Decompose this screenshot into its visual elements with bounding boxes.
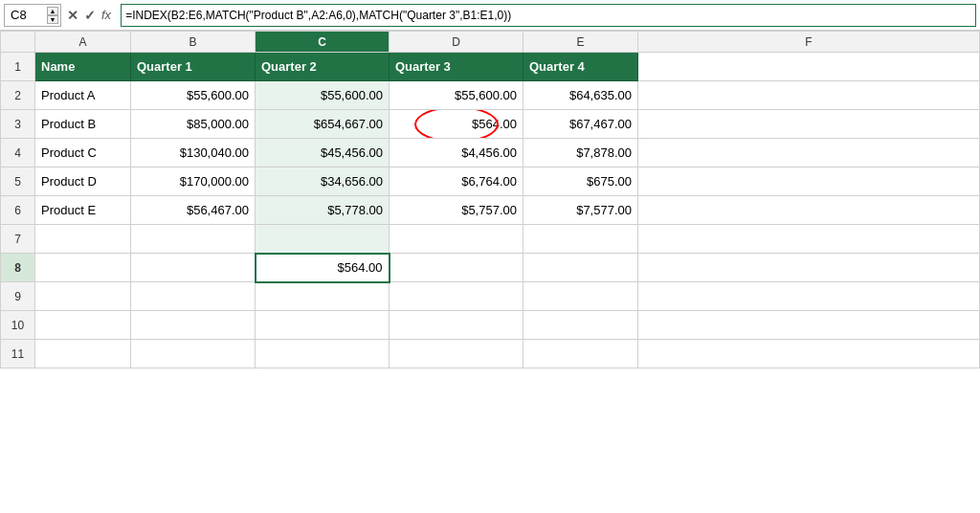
table-row-1: 1 Name Quarter 1 Quarter 2 Quarter 3 Qua… bbox=[1, 53, 980, 81]
cell-d5[interactable]: $6,764.00 bbox=[390, 167, 523, 196]
col-header-c[interactable]: C bbox=[256, 32, 390, 53]
cell-d3[interactable]: $564.00 bbox=[390, 110, 523, 139]
cell-b3[interactable]: $85,000.00 bbox=[131, 110, 256, 139]
table-row-7: 7 bbox=[1, 225, 980, 254]
row-num-3: 3 bbox=[1, 110, 35, 139]
cell-a1[interactable]: Name bbox=[35, 53, 131, 81]
cell-b6[interactable]: $56,467.00 bbox=[131, 196, 256, 225]
cell-a10[interactable] bbox=[35, 311, 131, 340]
cell-f11[interactable] bbox=[638, 340, 980, 368]
cell-e4[interactable]: $7,878.00 bbox=[523, 139, 638, 167]
cell-b9[interactable] bbox=[131, 282, 256, 311]
spreadsheet-table: A B C D E F 1 Name Quarter 1 Quarter 2 Q… bbox=[0, 31, 980, 368]
cell-a11[interactable] bbox=[35, 340, 131, 368]
cell-a2[interactable]: Product A bbox=[35, 81, 131, 110]
cell-b4[interactable]: $130,040.00 bbox=[131, 139, 256, 167]
cell-a6[interactable]: Product E bbox=[35, 196, 131, 225]
table-row-3: 3 Product B $85,000.00 $654,667.00 $564.… bbox=[1, 110, 980, 139]
cell-d9[interactable] bbox=[390, 282, 523, 311]
cell-c11[interactable] bbox=[256, 340, 390, 368]
cancel-icon[interactable]: ✕ bbox=[67, 8, 78, 23]
cell-e5[interactable]: $675.00 bbox=[523, 167, 638, 196]
cell-f3[interactable] bbox=[638, 110, 980, 139]
col-header-a[interactable]: A bbox=[35, 32, 131, 53]
cell-f4[interactable] bbox=[638, 139, 980, 167]
table-row-6: 6 Product E $56,467.00 $5,778.00 $5,757.… bbox=[1, 196, 980, 225]
cell-b10[interactable] bbox=[131, 311, 256, 340]
cell-f1[interactable] bbox=[638, 53, 980, 81]
cell-e1[interactable]: Quarter 4 bbox=[523, 53, 638, 81]
confirm-icon[interactable]: ✓ bbox=[84, 8, 96, 23]
cell-c1[interactable]: Quarter 2 bbox=[256, 53, 390, 81]
cell-c7[interactable] bbox=[256, 225, 390, 254]
cell-c4[interactable]: $45,456.00 bbox=[256, 139, 390, 167]
cell-c5[interactable]: $34,656.00 bbox=[256, 167, 390, 196]
cell-a4[interactable]: Product C bbox=[35, 139, 131, 167]
cell-c9[interactable] bbox=[256, 282, 390, 311]
spreadsheet: A B C D E F 1 Name Quarter 1 Quarter 2 Q… bbox=[0, 31, 980, 368]
cell-c2[interactable]: $55,600.00 bbox=[256, 81, 390, 110]
row-num-7: 7 bbox=[1, 225, 35, 254]
table-row-4: 4 Product C $130,040.00 $45,456.00 $4,45… bbox=[1, 139, 980, 167]
col-header-row bbox=[1, 32, 35, 53]
cell-a9[interactable] bbox=[35, 282, 131, 311]
cell-f6[interactable] bbox=[638, 196, 980, 225]
row-num-8: 8 bbox=[1, 254, 35, 282]
fx-label: fx bbox=[101, 8, 111, 22]
cell-f10[interactable] bbox=[638, 311, 980, 340]
cell-e3[interactable]: $67,467.00 bbox=[523, 110, 638, 139]
cell-e11[interactable] bbox=[523, 340, 638, 368]
cell-c3[interactable]: $654,667.00 bbox=[256, 110, 390, 139]
formula-input[interactable] bbox=[121, 4, 976, 27]
cell-f8[interactable] bbox=[638, 254, 980, 282]
cell-f7[interactable] bbox=[638, 225, 980, 254]
cell-f9[interactable] bbox=[638, 282, 980, 311]
cell-reference[interactable]: C8 bbox=[7, 8, 45, 22]
cell-f2[interactable] bbox=[638, 81, 980, 110]
cell-b8[interactable] bbox=[131, 254, 256, 282]
cell-e9[interactable] bbox=[523, 282, 638, 311]
cell-a8[interactable] bbox=[35, 254, 131, 282]
cell-d8[interactable] bbox=[390, 254, 523, 282]
cell-c8[interactable]: $564.00 bbox=[256, 254, 390, 282]
cell-b1[interactable]: Quarter 1 bbox=[131, 53, 256, 81]
row-num-4: 4 bbox=[1, 139, 35, 167]
cell-c6[interactable]: $5,778.00 bbox=[256, 196, 390, 225]
col-header-d[interactable]: D bbox=[390, 32, 523, 53]
cell-b2[interactable]: $55,600.00 bbox=[131, 81, 256, 110]
col-header-f[interactable]: F bbox=[638, 32, 980, 53]
table-row-2: 2 Product A $55,600.00 $55,600.00 $55,60… bbox=[1, 81, 980, 110]
cell-e8[interactable] bbox=[523, 254, 638, 282]
cell-c10[interactable] bbox=[256, 311, 390, 340]
row-num-1: 1 bbox=[1, 53, 35, 81]
cell-d2[interactable]: $55,600.00 bbox=[390, 81, 523, 110]
spinner-up[interactable]: ▲ bbox=[47, 7, 58, 15]
cell-d3-value: $564.00 bbox=[395, 117, 517, 131]
cell-b5[interactable]: $170,000.00 bbox=[131, 167, 256, 196]
cell-b11[interactable] bbox=[131, 340, 256, 368]
cell-d11[interactable] bbox=[390, 340, 523, 368]
table-row-5: 5 Product D $170,000.00 $34,656.00 $6,76… bbox=[1, 167, 980, 196]
table-row-9: 9 bbox=[1, 282, 980, 311]
row-num-6: 6 bbox=[1, 196, 35, 225]
formula-icons-group: ✕ ✓ fx bbox=[67, 8, 115, 23]
table-row-11: 11 bbox=[1, 340, 980, 368]
col-header-e[interactable]: E bbox=[523, 32, 638, 53]
cell-e7[interactable] bbox=[523, 225, 638, 254]
cell-f5[interactable] bbox=[638, 167, 980, 196]
cell-b7[interactable] bbox=[131, 225, 256, 254]
cell-d7[interactable] bbox=[390, 225, 523, 254]
cell-d1[interactable]: Quarter 3 bbox=[390, 53, 523, 81]
cell-e10[interactable] bbox=[523, 311, 638, 340]
row-num-5: 5 bbox=[1, 167, 35, 196]
spinner-down[interactable]: ▼ bbox=[47, 15, 58, 24]
cell-a5[interactable]: Product D bbox=[35, 167, 131, 196]
cell-a7[interactable] bbox=[35, 225, 131, 254]
cell-d6[interactable]: $5,757.00 bbox=[390, 196, 523, 225]
cell-e6[interactable]: $7,577.00 bbox=[523, 196, 638, 225]
cell-a3[interactable]: Product B bbox=[35, 110, 131, 139]
cell-d4[interactable]: $4,456.00 bbox=[390, 139, 523, 167]
cell-e2[interactable]: $64,635.00 bbox=[523, 81, 638, 110]
col-header-b[interactable]: B bbox=[131, 32, 256, 53]
cell-d10[interactable] bbox=[390, 311, 523, 340]
